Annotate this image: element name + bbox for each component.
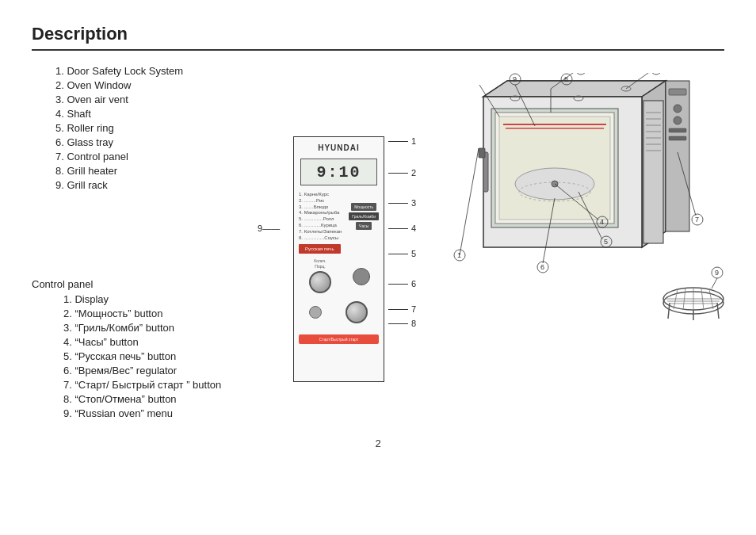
svg-point-36 bbox=[575, 73, 586, 75]
panel-brand-label: HYUNDAI bbox=[294, 143, 384, 152]
panel-bottom-area: Старт/Быстрый старт bbox=[294, 329, 384, 350]
control-list-item: 3. “Гриль/Комби” button bbox=[63, 322, 277, 334]
panel-buttons-area: 1. Карне/Курс 2. ……..Рис 3. ……Блюдо 4. М… bbox=[294, 190, 384, 329]
control-panel-title: Control panel bbox=[32, 278, 277, 290]
svg-rect-24 bbox=[669, 128, 686, 132]
callout-3: 3 bbox=[411, 198, 416, 208]
control-list-item: 7. “Старт/ Быстрый старт ” button bbox=[63, 379, 277, 391]
list-item: 1. Door Safety Lock System bbox=[55, 65, 277, 77]
list-item: 4. Shaft bbox=[55, 108, 277, 120]
diagram-section: 9—— HYUNDAI 9:10 1. Карне/Курс 2 bbox=[285, 65, 724, 422]
panel-diagram: 9—— HYUNDAI 9:10 1. Карне/Курс 2 bbox=[293, 113, 396, 422]
svg-text:9: 9 bbox=[513, 75, 517, 83]
callout-6: 6 bbox=[411, 279, 416, 289]
list-item: 6. Glass tray bbox=[55, 136, 277, 148]
panel-box: HYUNDAI 9:10 1. Карне/Курс 2. ……..Рис 3.… bbox=[293, 136, 384, 382]
list-item: 2. Oven Window bbox=[55, 79, 277, 91]
panel-gril-btn[interactable]: Гриль/Комби bbox=[349, 212, 379, 220]
svg-line-71 bbox=[709, 289, 713, 309]
callout-1: 1 bbox=[411, 136, 416, 146]
panel-row-russoven: Русская печь bbox=[299, 244, 379, 254]
svg-marker-1 bbox=[483, 81, 666, 97]
svg-rect-27 bbox=[479, 148, 485, 158]
list-item: 8. Grill heater bbox=[55, 165, 277, 177]
svg-rect-20 bbox=[666, 81, 689, 231]
list-item: 3. Oven air vent bbox=[55, 94, 277, 105]
panel-moshnost-btn[interactable]: Мощность bbox=[351, 203, 376, 211]
callout-7: 7 bbox=[411, 304, 416, 314]
svg-text:5: 5 bbox=[604, 238, 608, 246]
list-item: 7. Control panel bbox=[55, 151, 277, 162]
svg-point-39 bbox=[651, 73, 662, 75]
control-list: 1. Display 2. “Мощность” button 3. “Грил… bbox=[63, 293, 277, 419]
svg-text:7: 7 bbox=[695, 216, 699, 224]
control-list-item: 2. “Мощность” button bbox=[63, 308, 277, 319]
svg-point-22 bbox=[674, 105, 682, 113]
svg-line-73 bbox=[712, 278, 717, 289]
svg-rect-25 bbox=[669, 136, 686, 140]
svg-text:1: 1 bbox=[457, 251, 461, 259]
left-section: 1. Door Safety Lock System 2. Oven Windo… bbox=[32, 65, 277, 422]
page-number: 2 bbox=[32, 438, 724, 449]
control-list-item: 1. Display bbox=[63, 293, 277, 305]
panel-start-btn[interactable]: Старт/Быстрый старт bbox=[299, 334, 379, 344]
panel-display: 9:10 bbox=[300, 159, 377, 185]
rack-svg: 9 bbox=[658, 263, 729, 327]
callout-8: 8 bbox=[411, 319, 416, 328]
panel-menu-text: 1. Карне/Курс 2. ……..Рис 3. ……Блюдо 4. М… bbox=[299, 192, 346, 241]
svg-rect-12 bbox=[643, 101, 663, 243]
control-list-item: 4. “Часы” button bbox=[63, 336, 277, 348]
control-list-item: 6. “Время/Вес” regulator bbox=[63, 365, 277, 376]
panel-row-1: 1. Карне/Курс 2. ……..Рис 3. ……Блюдо 4. М… bbox=[299, 192, 379, 241]
page-title: Description bbox=[32, 24, 724, 51]
list-item: 5. Roller ring bbox=[55, 122, 277, 134]
panel-russoven-btn[interactable]: Русская печь bbox=[299, 244, 341, 254]
control-list-item: 9. “Russian oven” menu bbox=[63, 407, 277, 419]
panel-callout-9: 9—— bbox=[258, 224, 280, 233]
panel-callouts: 1 2 3 4 5 bbox=[388, 136, 416, 328]
callout-2: 2 bbox=[411, 168, 416, 178]
panel-row-knob: Колич. Порц. bbox=[299, 258, 379, 295]
rack-diagram: 9 bbox=[658, 263, 729, 327]
svg-text:4: 4 bbox=[600, 218, 604, 226]
panel-btn-stop[interactable] bbox=[309, 306, 322, 319]
control-panel-section: Control panel 1. Display 2. “Мощность” b… bbox=[32, 215, 277, 419]
main-content: 1. Door Safety Lock System 2. Oven Windo… bbox=[32, 65, 724, 422]
rack-callout-label: 9 bbox=[715, 269, 719, 277]
panel-knob-time[interactable] bbox=[346, 301, 368, 323]
control-list-item: 8. “Стоп/Отмена” button bbox=[63, 393, 277, 405]
panel-chasy-btn[interactable]: Часы bbox=[356, 222, 372, 230]
oven-diagram: 1 2 3 4 5 bbox=[420, 73, 721, 327]
panel-row-bottom-knob bbox=[299, 300, 379, 325]
svg-rect-26 bbox=[483, 152, 488, 192]
callout-5: 5 bbox=[411, 249, 416, 258]
main-list: 1. Door Safety Lock System 2. Oven Windo… bbox=[55, 65, 277, 191]
control-list-item: 5. “Русская печь” button bbox=[63, 350, 277, 362]
svg-text:6: 6 bbox=[540, 263, 544, 271]
panel-btn-round-1[interactable] bbox=[353, 268, 370, 285]
svg-rect-21 bbox=[669, 89, 686, 95]
panel-knob-porcion[interactable] bbox=[309, 271, 331, 293]
svg-text:8: 8 bbox=[564, 75, 568, 83]
svg-point-23 bbox=[674, 117, 682, 124]
svg-line-31 bbox=[460, 148, 479, 255]
list-item: 9. Grill rack bbox=[55, 179, 277, 191]
callout-4: 4 bbox=[411, 224, 416, 233]
page: Description 1. Door Safety Lock System 2… bbox=[0, 0, 756, 535]
svg-line-67 bbox=[674, 289, 678, 309]
